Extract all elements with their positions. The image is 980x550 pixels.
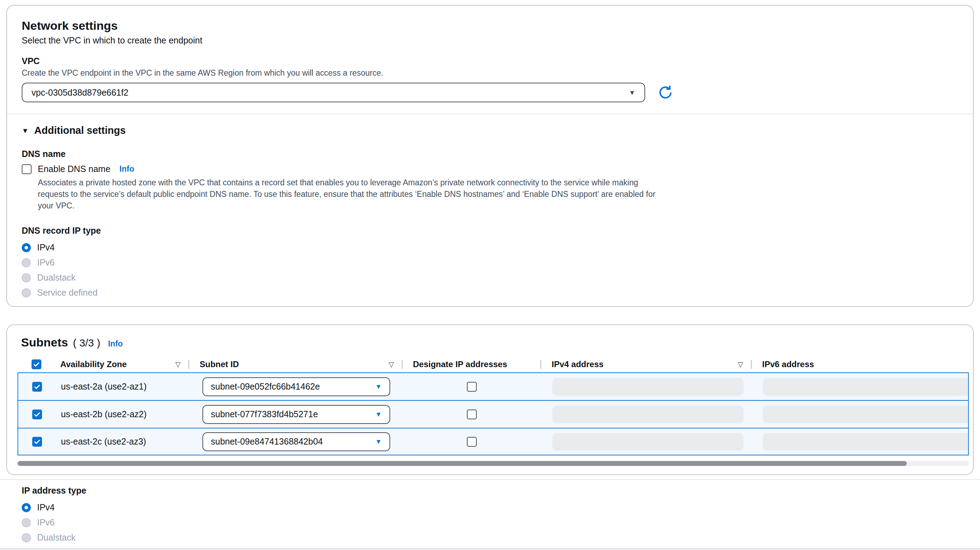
network-settings-subtitle: Select the VPC in which to create the en… <box>22 35 958 46</box>
sort-icon[interactable]: ▽ <box>738 360 743 368</box>
column-label: IPv4 address <box>552 359 603 369</box>
column-label: Subnet ID <box>200 359 239 369</box>
table-row: us-east-2c (use2-az3) subnet-09e84741368… <box>18 428 969 455</box>
vpc-label: VPC <box>22 56 958 66</box>
scrollbar-thumb[interactable] <box>18 461 907 466</box>
vpc-select-row: vpc-0305d38d879e661f2 ▼ <box>22 83 958 102</box>
row-select-checkbox[interactable] <box>32 410 42 419</box>
radio-selected-icon <box>22 503 31 512</box>
subnet-id-select-value: subnet-09e052fc66b41462e <box>211 381 320 392</box>
availability-zone-cell: us-east-2c (use2-az3) <box>55 429 189 455</box>
subnet-id-select-value: subnet-09e84741368842b04 <box>211 437 323 446</box>
column-label: Availability Zone <box>60 359 127 369</box>
horizontal-scrollbar[interactable] <box>18 461 969 466</box>
subnets-title: Subnets <box>21 336 68 349</box>
refresh-icon <box>657 84 674 101</box>
column-header-ipv4-address[interactable]: IPv4 address ▽ <box>541 356 751 372</box>
radio-disabled-icon <box>22 533 31 542</box>
page-bottom-divider <box>0 548 980 549</box>
availability-zone-cell: us-east-2a (use2-az1) <box>55 373 189 400</box>
subnet-id-select[interactable]: subnet-077f7383fd4b5271e ▼ <box>202 405 390 424</box>
vpc-select[interactable]: vpc-0305d38d879e661f2 ▼ <box>22 83 645 102</box>
radio-option-label: IPv6 <box>37 257 55 268</box>
subnets-header: Subnets ( 3/3 ) Info <box>7 336 973 349</box>
subnets-table-header: Availability Zone ▽ Subnet ID ▽ Designat… <box>18 356 969 372</box>
row-select-checkbox[interactable] <box>32 382 42 392</box>
subnets-count: ( 3/3 ) <box>73 337 100 349</box>
dns-record-ip-type-label: DNS record IP type <box>22 226 958 236</box>
vpc-description: Create the VPC endpoint in the VPC in th… <box>22 68 958 78</box>
check-icon <box>33 360 40 368</box>
radio-option-label: Dualstack <box>37 532 76 543</box>
chevron-down-icon: ▼ <box>375 438 382 445</box>
column-label: IPv6 address <box>762 359 814 369</box>
dns-record-ip-type-radio-group: IPv4 IPv6 Dualstack Service defined <box>22 240 958 300</box>
radio-disabled-icon <box>22 273 31 282</box>
ip-address-type-radio-group: IPv4 IPv6 Dualstack <box>22 500 980 545</box>
sort-icon[interactable]: ▽ <box>389 360 394 368</box>
radio-option-ipv4[interactable]: IPv4 <box>22 500 980 515</box>
radio-disabled-icon <box>22 518 31 527</box>
designate-ip-checkbox[interactable] <box>467 382 477 392</box>
radio-option-dualstack: Dualstack <box>22 270 958 285</box>
radio-option-label: IPv4 <box>37 242 55 253</box>
enable-dns-name-checkbox-label: Enable DNS name <box>38 164 110 174</box>
ipv4-address-field <box>552 433 744 451</box>
radio-option-label: IPv6 <box>37 517 55 528</box>
radio-option-label: IPv4 <box>37 502 55 513</box>
check-icon <box>33 383 41 391</box>
network-settings-title: Network settings <box>22 19 958 33</box>
dns-name-label: DNS name <box>22 149 958 159</box>
subnet-id-select[interactable]: subnet-09e84741368842b04 ▼ <box>202 432 390 451</box>
check-icon <box>33 438 41 446</box>
radio-disabled-icon <box>22 258 31 267</box>
column-header-ipv6-address: IPv6 address <box>751 356 969 372</box>
vpc-select-value: vpc-0305d38d879e661f2 <box>32 88 129 98</box>
subnet-id-select[interactable]: subnet-09e052fc66b41462e ▼ <box>202 377 390 396</box>
radio-option-ipv6: IPv6 <box>22 255 958 270</box>
ipv6-address-field <box>763 378 969 395</box>
check-icon <box>33 411 41 418</box>
additional-settings-expander[interactable]: ▼ Additional settings <box>22 125 958 136</box>
chevron-down-icon: ▼ <box>375 383 382 390</box>
ip-address-type-section: IP address type IPv4 IPv6 Dualstack <box>0 479 980 545</box>
availability-zone-cell: us-east-2b (use2-az2) <box>55 401 189 428</box>
radio-option-dualstack: Dualstack <box>22 530 980 545</box>
radio-selected-icon <box>22 243 31 252</box>
enable-dns-name-checkbox[interactable] <box>22 164 32 174</box>
subnets-table: Availability Zone ▽ Subnet ID ▽ Designat… <box>18 356 969 455</box>
table-row: us-east-2b (use2-az2) subnet-077f7383fd4… <box>18 400 969 428</box>
subnets-info-link[interactable]: Info <box>108 339 123 349</box>
chevron-down-icon: ▼ <box>629 89 635 96</box>
dns-name-description: Associates a private hosted zone with th… <box>22 177 670 212</box>
designate-ip-checkbox[interactable] <box>467 410 477 419</box>
radio-option-label: Dualstack <box>37 273 76 283</box>
radio-disabled-icon <box>22 288 31 297</box>
section-divider <box>7 113 973 114</box>
select-all-checkbox[interactable] <box>32 359 41 369</box>
ipv6-address-field <box>763 433 969 451</box>
row-select-checkbox[interactable] <box>32 437 42 446</box>
chevron-down-icon: ▼ <box>375 411 382 418</box>
radio-option-ipv4[interactable]: IPv4 <box>22 240 958 255</box>
column-header-designate-ip: Designate IP addresses <box>402 356 541 372</box>
dns-name-info-link[interactable]: Info <box>119 164 134 174</box>
column-header-subnet-id[interactable]: Subnet ID ▽ <box>188 356 402 372</box>
table-row: us-east-2a (use2-az1) subnet-09e052fc66b… <box>18 372 969 400</box>
additional-settings-label: Additional settings <box>34 125 126 136</box>
subnet-id-select-value: subnet-077f7383fd4b5271e <box>211 409 318 419</box>
enable-dns-name-row: Enable DNS name Info <box>22 164 958 174</box>
ipv4-address-field <box>552 378 744 395</box>
sort-icon[interactable]: ▽ <box>175 360 181 368</box>
radio-option-service-defined: Service defined <box>22 285 958 300</box>
subnets-card: Subnets ( 3/3 ) Info Availability Zone ▽… <box>6 324 974 475</box>
radio-option-label: Service defined <box>37 288 97 298</box>
ipv4-address-field <box>552 406 744 423</box>
network-settings-card: Network settings Select the VPC in which… <box>6 5 974 307</box>
column-header-availability-zone[interactable]: Availability Zone ▽ <box>54 356 188 372</box>
column-label: Designate IP addresses <box>413 359 507 369</box>
ip-address-type-label: IP address type <box>22 486 980 496</box>
ipv6-address-field <box>763 406 969 423</box>
refresh-button[interactable] <box>657 84 674 101</box>
designate-ip-checkbox[interactable] <box>467 437 477 446</box>
